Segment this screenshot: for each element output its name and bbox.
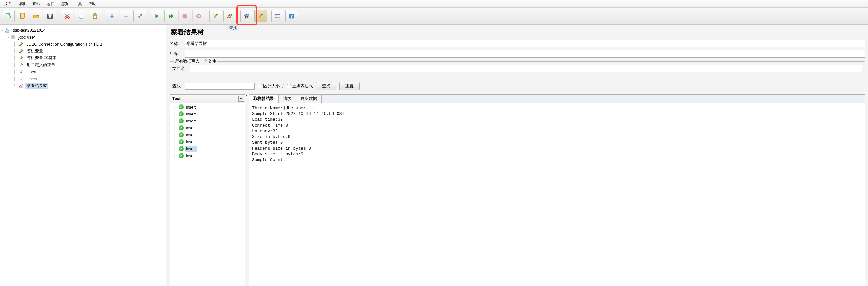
tree-item-label: 察看结果树	[25, 83, 49, 89]
tree-item[interactable]: ├─ 随机变量	[1, 47, 165, 55]
tree-thread-group[interactable]: ◦ jdbc user	[1, 34, 165, 40]
comment-input[interactable]	[185, 50, 865, 58]
file-input[interactable]	[190, 65, 862, 72]
file-fieldset-legend: 所有数据写入一个文件	[174, 59, 217, 64]
svg-point-15	[140, 14, 142, 16]
renderer-combo[interactable]: Text ▼	[170, 95, 245, 103]
svg-rect-5	[49, 14, 51, 15]
splitter[interactable]	[245, 94, 249, 286]
sample-list[interactable]: ├─insert ├─insert ├─insert ├─insert ├─in…	[170, 103, 245, 286]
sample-label: insert	[185, 118, 197, 124]
result-detail[interactable]: Thread Name:jdbc user 1-1 Sample Start:2…	[249, 103, 865, 286]
sample-row[interactable]: ├─insert	[170, 110, 245, 117]
tab-request[interactable]: 请求	[279, 95, 296, 102]
menu-help[interactable]: 帮助	[85, 0, 99, 7]
reset-button[interactable]: 重置	[339, 82, 360, 90]
regex-checkbox-input[interactable]	[287, 84, 291, 88]
svg-rect-6	[49, 16, 51, 18]
menu-file[interactable]: 文件	[2, 0, 15, 7]
name-label: 名称:	[169, 41, 182, 46]
svg-text:?: ?	[290, 14, 292, 18]
regex-checkbox[interactable]: 正则表达式	[287, 83, 313, 89]
gear-icon	[10, 34, 16, 40]
success-icon	[179, 104, 184, 109]
menu-options[interactable]: 选项	[58, 0, 71, 7]
sample-label: insert	[185, 112, 197, 117]
toggle-icon[interactable]: ◦	[1, 29, 4, 32]
help-button[interactable]: ?	[285, 10, 298, 23]
menu-edit[interactable]: 编辑	[16, 0, 29, 7]
toggle-button[interactable]	[133, 10, 146, 23]
shutdown-button[interactable]	[192, 10, 205, 23]
toggle-icon[interactable]: ◦	[6, 35, 10, 39]
success-icon	[179, 125, 184, 130]
svg-point-25	[275, 15, 276, 17]
tab-response[interactable]: 响应数据	[296, 95, 322, 102]
open-button[interactable]	[30, 10, 42, 23]
sample-row[interactable]: ├─insert	[170, 131, 245, 138]
templates-button[interactable]	[16, 10, 28, 23]
sample-row[interactable]: ├─insert	[170, 152, 245, 159]
sample-row[interactable]: ├─insert	[170, 117, 245, 124]
stop-button[interactable]	[178, 10, 191, 23]
new-button[interactable]	[2, 10, 14, 23]
cut-button[interactable]	[61, 10, 73, 23]
main-area: ◦ tidb-test20221014 ◦ jdbc user ├─ JDBC …	[0, 25, 868, 286]
menu-run[interactable]: 运行	[44, 0, 57, 7]
tree-item[interactable]: ├─ 用户定义的变量	[1, 61, 165, 68]
start-no-pause-button[interactable]	[164, 10, 177, 23]
reset-search-button[interactable]	[254, 10, 267, 23]
test-plan-tree[interactable]: ◦ tidb-test20221014 ◦ jdbc user ├─ JDBC …	[0, 25, 166, 286]
search-input[interactable]	[185, 83, 255, 90]
sample-label: insert	[185, 125, 197, 131]
menu-tools[interactable]: 工具	[71, 0, 85, 7]
pipette-icon	[18, 69, 24, 75]
sample-label: insert	[185, 153, 197, 159]
comment-row: 注释:	[169, 50, 865, 58]
file-fieldset: 所有数据写入一个文件 文件名	[169, 61, 865, 75]
success-icon	[179, 112, 184, 117]
tree-item[interactable]: ├─ JDBC Connection Configuration For TiD…	[1, 40, 165, 47]
clear-all-button[interactable]	[223, 10, 236, 23]
save-button[interactable]	[44, 10, 56, 23]
tree-item[interactable]: └─ 察看结果树	[1, 82, 165, 89]
results-right: 取样器结果 请求 响应数据 Thread Name:jdbc user 1-1 …	[249, 94, 865, 286]
menubar: 文件 编辑 查找 运行 选项 工具 帮助	[0, 0, 868, 8]
sample-label: insert	[185, 139, 197, 145]
sample-row[interactable]: ├─insert	[170, 124, 245, 131]
copy-button[interactable]	[75, 10, 87, 23]
case-checkbox[interactable]: 区分大小写	[258, 83, 284, 89]
tree-item-label: 随机变量-字符串	[25, 55, 58, 61]
tree-item-label: JDBC Connection Configuration For TiDB	[25, 41, 103, 47]
result-tabs: 取样器结果 请求 响应数据	[249, 95, 865, 103]
find-button[interactable]: 查找	[316, 82, 336, 90]
expand-button[interactable]	[106, 10, 118, 23]
tree-item[interactable]: ├─ 随机变量-字符串	[1, 55, 165, 61]
sample-row[interactable]: ├─insert	[170, 103, 245, 110]
panel-title: 察看结果树	[166, 25, 868, 39]
start-button[interactable]	[151, 10, 163, 23]
svg-point-14	[138, 16, 140, 18]
menu-find[interactable]: 查找	[30, 0, 43, 7]
comment-label: 注释:	[169, 51, 182, 57]
name-input[interactable]	[185, 40, 865, 47]
search-button[interactable]	[240, 10, 253, 23]
tree-root-label: tidb-test20221014	[11, 28, 47, 33]
results-left: Text ▼ ├─insert ├─insert ├─insert ├─inse…	[169, 94, 245, 286]
case-checkbox-input[interactable]	[258, 84, 262, 88]
collapse-button[interactable]	[120, 10, 132, 23]
tree-root[interactable]: ◦ tidb-test20221014	[1, 27, 165, 34]
paste-button[interactable]	[89, 10, 101, 23]
flask-icon	[4, 27, 10, 33]
toolbar: ? 查找	[0, 8, 868, 25]
tree-item-label: 用户定义的变量	[25, 62, 57, 68]
tree-item[interactable]: ├─ select	[1, 75, 165, 82]
tree-item[interactable]: ├─ insert	[1, 68, 165, 75]
tab-sampler-result[interactable]: 取样器结果	[249, 95, 279, 103]
chevron-down-icon[interactable]: ▼	[238, 96, 244, 101]
function-helper-button[interactable]	[271, 10, 284, 23]
tree-line: └─	[13, 84, 18, 88]
clear-button[interactable]	[209, 10, 222, 23]
sample-row[interactable]: ├─insert	[170, 138, 245, 145]
sample-row[interactable]: ├─insert	[170, 145, 245, 152]
